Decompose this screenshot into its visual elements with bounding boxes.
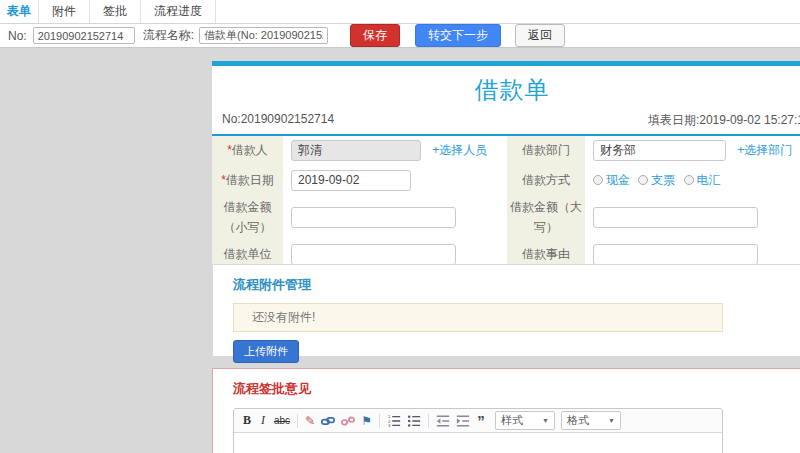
forward-next-step-button[interactable]: 转交下一步: [415, 24, 501, 47]
loan-date-label-cell: *借款日期: [212, 165, 283, 195]
tab-attachment[interactable]: 附件: [39, 0, 90, 23]
fill-date-text: 填表日期:2019-09-02 15:27:1: [648, 112, 800, 129]
no-attachment-alert: 还没有附件!: [233, 303, 723, 332]
amount-uppercase-input[interactable]: [593, 207, 758, 228]
radio-option-cheque[interactable]: 支票: [638, 172, 675, 189]
tab-process-progress[interactable]: 流程进度: [141, 0, 216, 23]
radio-cheque-icon[interactable]: [638, 175, 648, 185]
no-label: No:: [8, 29, 27, 43]
anchor-icon[interactable]: ⚑: [358, 411, 375, 431]
editor-content-area[interactable]: [234, 433, 722, 453]
chevron-down-icon: ▼: [608, 417, 615, 424]
form-no-text: No:20190902152714: [222, 112, 334, 129]
department-input[interactable]: [593, 140, 726, 161]
tab-form[interactable]: 表单: [0, 0, 39, 23]
approval-section-title: 流程签批意见: [233, 380, 800, 398]
select-department-link[interactable]: +选择部门: [737, 143, 792, 157]
radio-option-wire[interactable]: 电汇: [684, 172, 721, 189]
amount-lowercase-label-cell: 借款金额（小写）: [212, 195, 283, 240]
tab-bar: 表单 附件 签批 流程进度: [0, 0, 800, 24]
numbered-list-icon[interactable]: 123: [384, 411, 404, 431]
chevron-down-icon: ▼: [542, 417, 549, 424]
command-bar: No: 流程名称: 保存 转交下一步 返回: [0, 24, 800, 48]
no-input[interactable]: [33, 27, 135, 44]
toolbar-separator: [297, 414, 298, 428]
loan-unit-input[interactable]: [291, 244, 456, 265]
amount-lowercase-input[interactable]: [291, 207, 456, 228]
upload-attachment-button[interactable]: 上传附件: [233, 340, 299, 363]
blockquote-icon[interactable]: ”: [473, 411, 489, 431]
remove-format-icon[interactable]: ✎: [302, 411, 318, 431]
rich-text-editor: B I abc ✎ ⚑ 123: [233, 408, 723, 453]
loan-form-card: 借款单 No:20190902152714 填表日期:2019-09-02 15…: [212, 61, 800, 255]
department-label-cell: 借款部门: [507, 136, 585, 165]
bullet-list-icon[interactable]: [404, 411, 424, 431]
approval-section: 流程签批意见 B I abc ✎ ⚑ 123: [212, 368, 800, 453]
loan-date-input[interactable]: [291, 170, 411, 191]
svg-text:3: 3: [388, 423, 391, 428]
unlink-icon[interactable]: [338, 411, 358, 431]
strikethrough-icon[interactable]: abc: [271, 411, 293, 431]
italic-icon[interactable]: I: [255, 411, 271, 431]
format-dropdown[interactable]: 格式 ▼: [561, 411, 621, 430]
editor-toolbar: B I abc ✎ ⚑ 123: [234, 409, 722, 433]
process-name-input[interactable]: [199, 27, 328, 44]
attachment-section: 流程附件管理 还没有附件! 上传附件: [212, 264, 800, 357]
loan-reason-input[interactable]: [593, 244, 758, 265]
toolbar-separator: [428, 414, 429, 428]
radio-wire-icon[interactable]: [684, 175, 694, 185]
borrower-label-cell: *借款人: [212, 136, 283, 165]
radio-cash-icon[interactable]: [593, 175, 603, 185]
link-icon[interactable]: [318, 411, 338, 431]
amount-uppercase-label-cell: 借款金额（大写）: [507, 195, 585, 240]
radio-option-cash[interactable]: 现金: [593, 172, 630, 189]
loan-method-label-cell: 借款方式: [507, 165, 585, 195]
style-dropdown[interactable]: 样式 ▼: [495, 411, 555, 430]
save-button[interactable]: 保存: [350, 24, 400, 47]
attachment-section-title: 流程附件管理: [233, 276, 800, 294]
page-title: 借款单: [212, 66, 800, 110]
borrower-input[interactable]: [291, 140, 421, 161]
bold-icon[interactable]: B: [239, 411, 255, 431]
outdent-icon[interactable]: [433, 411, 453, 431]
tab-approval[interactable]: 签批: [90, 0, 141, 23]
loan-form-table: *借款人 +选择人员 借款部门 +选择部门 *借款日期 借款方式 现金 支票 电…: [212, 136, 800, 272]
toolbar-separator: [379, 414, 380, 428]
select-person-link[interactable]: +选择人员: [432, 143, 487, 157]
process-name-label: 流程名称:: [143, 27, 194, 44]
indent-icon[interactable]: [453, 411, 473, 431]
back-button[interactable]: 返回: [515, 24, 565, 47]
